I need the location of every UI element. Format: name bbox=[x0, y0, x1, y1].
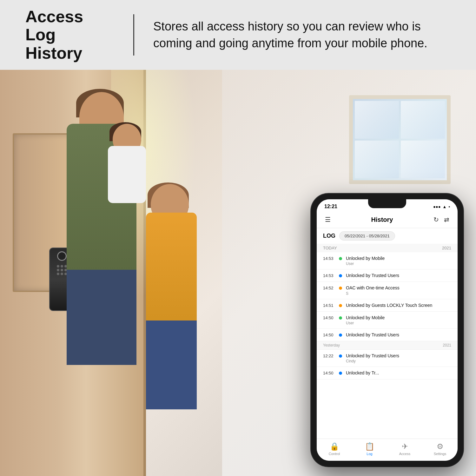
father-pants bbox=[67, 270, 136, 365]
log-entry-text: Unlocked by Guests LOCKLY Touch Screen bbox=[346, 302, 451, 308]
background-window bbox=[349, 95, 451, 184]
log-dot-orange bbox=[339, 287, 342, 290]
boy-figure bbox=[140, 181, 203, 403]
log-entry-text: Unlocked by Trusted Users Cindy bbox=[346, 353, 451, 363]
yesterday-section-header: Yesterday 2021 bbox=[317, 341, 458, 350]
log-dot-green bbox=[339, 316, 342, 320]
today-section-header: TODAY 2021 bbox=[317, 244, 458, 252]
log-action: Unlocked by Trusted Users bbox=[346, 332, 451, 338]
window-pane-1 bbox=[355, 101, 399, 139]
nav-control[interactable]: 🔒 Control bbox=[325, 442, 344, 456]
log-action: Unlocked by Tr... bbox=[346, 370, 451, 376]
nav-access-label: Access bbox=[399, 452, 410, 456]
nav-settings-label: Settings bbox=[434, 452, 446, 456]
log-entry: 14:53 Unlocked by Trusted Users bbox=[317, 269, 458, 282]
header-description: Stores all access history so you can rev… bbox=[153, 18, 451, 52]
nav-log[interactable]: 📋 Log bbox=[360, 442, 379, 456]
bottom-navigation: 🔒 Control 📋 Log ✈ Access ⚙ bbox=[317, 439, 458, 461]
log-action: Unlocked by Mobile bbox=[346, 315, 451, 321]
log-dot-green bbox=[339, 257, 342, 260]
log-entry-text: Unlocked by Mobile User bbox=[346, 315, 451, 325]
log-entry-time: 14:51 bbox=[323, 302, 335, 308]
access-icon: ✈ bbox=[402, 442, 408, 451]
window-pane-2 bbox=[401, 101, 445, 139]
log-entry-time: 12:22 bbox=[323, 353, 335, 358]
log-entry-time: 14:52 bbox=[323, 285, 335, 290]
log-entry-text: Unlocked by Trusted Users bbox=[346, 273, 451, 278]
yesterday-year: 2021 bbox=[443, 343, 451, 347]
phone-screen: 12:21 ●●● ▲ ▪ ☰ History ↻ ⇄ bbox=[317, 199, 458, 461]
status-time: 12:21 bbox=[324, 204, 337, 209]
log-entry: 12:22 Unlocked by Trusted Users Cindy bbox=[317, 350, 458, 367]
settings-icon: ⚙ bbox=[437, 442, 444, 451]
control-icon: 🔒 bbox=[330, 442, 339, 451]
log-entry-time: 14:53 bbox=[323, 273, 335, 278]
nav-settings[interactable]: ⚙ Settings bbox=[431, 442, 450, 456]
boy-pants bbox=[146, 321, 197, 409]
log-dot-blue bbox=[339, 334, 342, 337]
refresh-button[interactable]: ↻ bbox=[432, 215, 441, 225]
log-action: Unlocked by Trusted Users bbox=[346, 273, 451, 278]
log-entry: 14:52 OAC with One-time Access S bbox=[317, 282, 458, 299]
log-entry-time: 14:53 bbox=[323, 255, 335, 261]
log-user: User bbox=[346, 321, 451, 325]
nav-control-label: Control bbox=[329, 452, 340, 456]
log-scroll-area[interactable]: 14:53 Unlocked by Mobile User 14:53 bbox=[317, 252, 458, 461]
header-divider bbox=[133, 14, 134, 56]
transfer-button[interactable]: ⇄ bbox=[442, 215, 451, 225]
wifi-icon: ▲ bbox=[443, 204, 447, 209]
log-entry: 14:50 Unlocked by Tr... bbox=[317, 367, 458, 379]
log-dot-orange bbox=[339, 304, 342, 307]
log-action: OAC with One-time Access bbox=[346, 285, 451, 291]
main-image-area: 12:21 ●●● ▲ ▪ ☰ History ↻ ⇄ bbox=[0, 70, 476, 476]
nav-log-label: Log bbox=[367, 452, 372, 456]
log-selector: LOG 05/22/2021 - 05/28/2021 bbox=[317, 228, 458, 244]
app-header: ☰ History ↻ ⇄ bbox=[317, 212, 458, 228]
phone-notch bbox=[368, 199, 406, 208]
header-section: Access LogHistory Stores all access hist… bbox=[0, 0, 476, 70]
today-label: TODAY bbox=[323, 246, 337, 250]
log-action: Unlocked by Guests LOCKLY Touch Screen bbox=[346, 302, 451, 308]
log-action: Unlocked by Mobile bbox=[346, 255, 451, 261]
page-title: Access LogHistory bbox=[25, 8, 114, 62]
today-year: 2021 bbox=[442, 246, 451, 250]
log-entry-text: OAC with One-time Access S bbox=[346, 285, 451, 295]
log-entry: 14:51 Unlocked by Guests LOCKLY Touch Sc… bbox=[317, 299, 458, 312]
status-icons: ●●● ▲ ▪ bbox=[433, 204, 450, 209]
log-entry-time: 14:50 bbox=[323, 315, 335, 320]
log-entry-time: 14:50 bbox=[323, 332, 335, 337]
log-entry-text: Unlocked by Tr... bbox=[346, 370, 451, 376]
yesterday-label: Yesterday bbox=[323, 343, 340, 347]
window-pane-3 bbox=[355, 141, 399, 178]
log-entry: 14:50 Unlocked by Mobile User bbox=[317, 312, 458, 329]
app-title: History bbox=[371, 216, 393, 223]
date-range-picker[interactable]: 05/22/2021 - 05/28/2021 bbox=[339, 231, 395, 241]
log-user: S bbox=[346, 291, 451, 296]
log-icon: 📋 bbox=[365, 442, 374, 451]
boy-body bbox=[146, 213, 197, 333]
header-actions: ↻ ⇄ bbox=[432, 215, 451, 225]
phone-body: 12:21 ●●● ▲ ▪ ☰ History ↻ ⇄ bbox=[311, 194, 463, 466]
log-dot-blue bbox=[339, 274, 342, 277]
log-user: User bbox=[346, 261, 451, 266]
log-entry: 14:50 Unlocked by Trusted Users bbox=[317, 329, 458, 341]
log-entry-text: Unlocked by Mobile User bbox=[346, 255, 451, 266]
battery-icon: ▪ bbox=[448, 204, 450, 209]
menu-button[interactable]: ☰ bbox=[323, 215, 333, 225]
log-entry: 14:53 Unlocked by Mobile User bbox=[317, 252, 458, 269]
log-action: Unlocked by Trusted Users bbox=[346, 353, 451, 359]
window-pane-4 bbox=[401, 141, 445, 178]
log-entry-text: Unlocked by Trusted Users bbox=[346, 332, 451, 338]
log-entry-time: 14:50 bbox=[323, 370, 335, 375]
log-dot-blue bbox=[339, 354, 342, 358]
signal-icon: ●●● bbox=[433, 204, 441, 209]
phone-mockup: 12:21 ●●● ▲ ▪ ☰ History ↻ ⇄ bbox=[311, 194, 463, 466]
log-label: LOG bbox=[323, 233, 335, 239]
log-user: Cindy bbox=[346, 359, 451, 363]
nav-access[interactable]: ✈ Access bbox=[395, 442, 414, 456]
log-dot-blue bbox=[339, 372, 342, 375]
